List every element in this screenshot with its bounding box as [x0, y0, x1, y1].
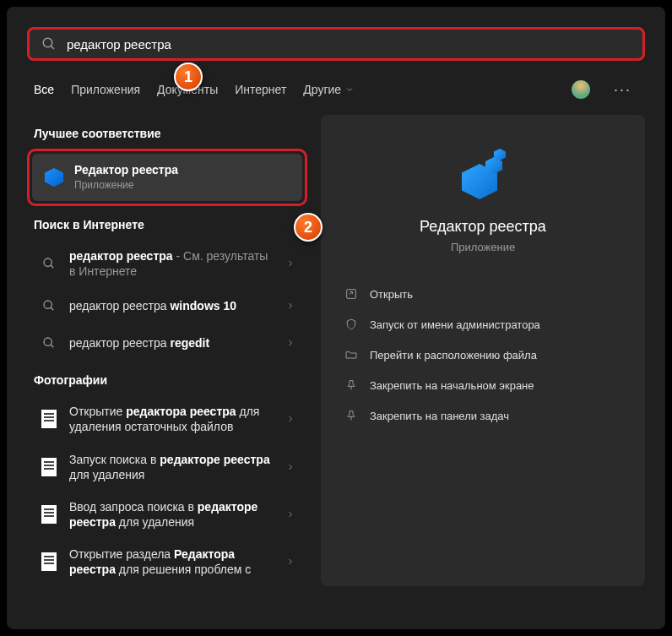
best-match-title: Редактор реестра: [74, 162, 290, 177]
chevron-down-icon: [344, 84, 355, 95]
document-icon: [41, 552, 57, 571]
tab-more[interactable]: Другие: [303, 78, 355, 101]
best-match-item[interactable]: Редактор реестра Приложение: [32, 154, 302, 201]
web-result-item[interactable]: редактор реестра - См. результаты в Инте…: [27, 240, 307, 287]
details-pane: Редактор реестра Приложение Открыть Запу…: [321, 115, 645, 586]
action-pin-taskbar[interactable]: Закрепить на панели задач: [341, 402, 625, 429]
shield-icon: [344, 318, 358, 331]
svg-point-4: [44, 301, 51, 308]
web-result-bold: windows 10: [170, 299, 236, 313]
search-input[interactable]: [67, 37, 631, 52]
web-result-item[interactable]: редактор реестра windows 10: [27, 287, 307, 324]
svg-point-0: [43, 38, 52, 47]
svg-line-3: [51, 265, 53, 268]
document-icon: [41, 458, 57, 476]
action-label: Закрепить на начальном экране: [370, 379, 534, 392]
chevron-right-icon: [285, 414, 295, 424]
web-result-prefix: редактор реестра: [69, 299, 170, 313]
search-window: Все Приложения Документы Интернет Другие…: [7, 7, 665, 629]
action-label: Запуск от имени администратора: [370, 318, 540, 331]
annotation-badge-2: 2: [294, 213, 322, 242]
app-icon-large: [457, 149, 509, 201]
svg-line-5: [51, 307, 53, 310]
open-icon: [344, 287, 358, 301]
photo-result-item[interactable]: Запуск поиска в редакторе реестра для уд…: [27, 443, 307, 491]
filter-tabs: Все Приложения Документы Интернет Другие…: [7, 71, 665, 108]
photo-result-item[interactable]: Открытие редактора реестра для удаления …: [27, 395, 307, 443]
search-icon: [42, 299, 56, 313]
chevron-right-icon: [285, 557, 295, 567]
search-bar: [27, 27, 645, 61]
chevron-right-icon: [285, 258, 295, 269]
action-label: Открыть: [370, 288, 413, 301]
best-match-header: Лучшее соответствие: [27, 115, 307, 149]
search-icon: [42, 336, 56, 350]
svg-line-7: [51, 345, 53, 347]
chevron-right-icon: [285, 338, 295, 348]
tab-web[interactable]: Интернет: [235, 78, 286, 101]
results-pane: Лучшее соответствие Редактор реестра При…: [27, 115, 307, 586]
tab-apps[interactable]: Приложения: [71, 78, 140, 101]
action-label: Закрепить на панели задач: [370, 410, 509, 422]
app-title: Редактор реестра: [420, 218, 546, 236]
action-run-admin[interactable]: Запуск от имени администратора: [341, 311, 625, 338]
pin-icon: [344, 409, 358, 422]
annotation-badge-1: 1: [174, 63, 203, 91]
photo-result-item[interactable]: Ввод запроса поиска в редакторе реестра …: [27, 491, 307, 538]
document-icon: [41, 410, 57, 428]
document-icon: [41, 505, 57, 524]
svg-point-2: [44, 258, 51, 266]
regedit-icon: [44, 167, 64, 188]
pin-icon: [344, 378, 358, 392]
action-open[interactable]: Открыть: [341, 280, 625, 307]
best-match-subtitle: Приложение: [74, 179, 290, 193]
app-type: Приложение: [451, 241, 515, 253]
action-list: Открыть Запуск от имени администратора П…: [341, 280, 625, 429]
action-file-location[interactable]: Перейти к расположению файла: [341, 341, 625, 368]
web-result-item[interactable]: редактор реестра regedit: [27, 324, 307, 361]
web-search-header: Поиск в Интернете: [27, 206, 307, 240]
svg-point-6: [44, 338, 51, 345]
web-result-bold: regedit: [170, 336, 209, 350]
web-result-term: редактор реестра: [69, 249, 173, 263]
user-avatar[interactable]: [572, 80, 590, 99]
action-label: Перейти к расположению файла: [370, 349, 537, 361]
folder-icon: [344, 348, 358, 361]
search-icon: [42, 257, 56, 270]
action-pin-start[interactable]: Закрепить на начальном экране: [341, 372, 625, 399]
best-match-highlight: Редактор реестра Приложение: [27, 149, 307, 206]
photos-header: Фотографии: [27, 361, 307, 395]
svg-rect-8: [347, 290, 356, 299]
svg-line-1: [51, 46, 54, 49]
web-result-prefix: редактор реестра: [69, 336, 170, 350]
chevron-right-icon: [285, 509, 295, 519]
chevron-right-icon: [285, 462, 295, 472]
more-options-button[interactable]: ···: [607, 81, 638, 99]
tab-all[interactable]: Все: [34, 78, 54, 101]
tab-more-label: Другие: [303, 83, 341, 96]
search-icon: [41, 36, 57, 52]
chevron-right-icon: [285, 301, 295, 311]
photo-result-item[interactable]: Открытие раздела Редактора реестра для р…: [27, 538, 307, 585]
